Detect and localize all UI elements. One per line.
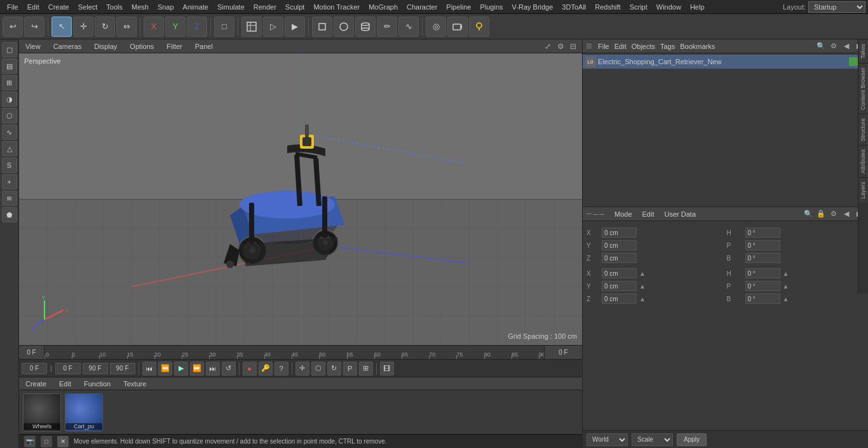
- null-button[interactable]: ◎: [426, 17, 446, 37]
- attr-h2-input[interactable]: [745, 268, 780, 278]
- material-cart[interactable]: Cart_pu: [65, 393, 103, 431]
- end-frame-right-input[interactable]: [110, 363, 135, 374]
- loop-button[interactable]: ↺: [222, 362, 236, 376]
- record-button[interactable]: ●: [243, 362, 257, 376]
- attr-h2-up[interactable]: ▲: [783, 270, 789, 277]
- object-mode-button[interactable]: □: [214, 17, 234, 37]
- material-menu-function[interactable]: Function: [81, 379, 113, 388]
- world-dropdown[interactable]: World Object Local: [587, 433, 628, 446]
- attr-x2-input[interactable]: [602, 268, 637, 278]
- cube-button[interactable]: [312, 17, 332, 37]
- render-region-button[interactable]: [241, 17, 262, 37]
- menu-motion-tracker[interactable]: Motion Tracker: [309, 2, 364, 12]
- sidebar-texture-btn[interactable]: ▤: [2, 58, 17, 74]
- end-frame-left-input[interactable]: [83, 363, 108, 374]
- transform-scale-btn[interactable]: ⬡: [311, 362, 325, 376]
- sidebar-paint-btn[interactable]: ◑: [2, 92, 17, 107]
- om-menu-objects[interactable]: Objects: [632, 43, 655, 50]
- sidebar-plugin1-btn[interactable]: ≋: [2, 191, 17, 206]
- transform-grid-btn[interactable]: ⊞: [359, 362, 373, 376]
- sidebar-spline-btn[interactable]: ∿: [2, 125, 17, 140]
- menu-3dtoall[interactable]: 3DToAll: [557, 2, 590, 12]
- step-forward-button[interactable]: ⏩: [190, 362, 204, 376]
- menu-file[interactable]: File: [3, 2, 23, 12]
- viewport-menu-panel[interactable]: Panel: [193, 42, 215, 51]
- go-to-end-button[interactable]: ⏭: [206, 362, 220, 376]
- redo-button[interactable]: ↪: [24, 17, 44, 37]
- attr-minimize-icon[interactable]: ◀: [841, 209, 851, 219]
- viewport-icon-layout[interactable]: ⊟: [568, 41, 578, 51]
- tab-layers[interactable]: Layers: [858, 177, 868, 203]
- apply-button[interactable]: Apply: [677, 433, 707, 446]
- transform-rotate-btn[interactable]: ↻: [327, 362, 341, 376]
- render-preview-btn[interactable]: 🎞: [380, 362, 394, 376]
- menu-snap[interactable]: Snap: [153, 2, 179, 12]
- tab-structure[interactable]: Structure: [858, 114, 868, 146]
- viewport[interactable]: Perspective Grid Spacing : 100 cm X Y Z: [19, 53, 582, 345]
- menu-edit[interactable]: Edit: [23, 2, 44, 12]
- viewport-menu-options[interactable]: Options: [127, 42, 156, 51]
- step-back-button[interactable]: ⏪: [158, 362, 172, 376]
- start-frame-input[interactable]: [55, 363, 81, 374]
- attr-z2-up[interactable]: ▲: [639, 295, 646, 302]
- z-axis-button[interactable]: Z: [187, 17, 207, 37]
- go-to-start-button[interactable]: ⏮: [142, 362, 156, 376]
- current-frame-input[interactable]: [22, 363, 47, 374]
- attr-z-pos-input[interactable]: [602, 253, 637, 263]
- attr-menu-edit[interactable]: Edit: [640, 210, 657, 219]
- attr-p-input[interactable]: [745, 240, 780, 250]
- attr-y2-input[interactable]: [602, 281, 637, 291]
- sidebar-grid-btn[interactable]: ⊞: [2, 75, 17, 90]
- key-help-button[interactable]: ?: [275, 362, 288, 376]
- om-menu-tags[interactable]: Tags: [660, 43, 675, 50]
- attr-b2-input[interactable]: [745, 294, 780, 304]
- om-minimize-icon[interactable]: ◀: [841, 41, 851, 51]
- tab-content-browser[interactable]: Content Browser: [858, 63, 868, 114]
- attr-p2-input[interactable]: [745, 281, 780, 291]
- om-row-status-dot[interactable]: [849, 57, 858, 66]
- menu-window[interactable]: Window: [652, 2, 686, 12]
- viewport-menu-display[interactable]: Display: [92, 42, 119, 51]
- select-mode-button[interactable]: ↖: [51, 17, 72, 37]
- sphere-button[interactable]: [334, 17, 354, 37]
- scale-button[interactable]: ⇔: [116, 17, 137, 37]
- menu-mograph[interactable]: MoGraph: [364, 2, 402, 12]
- menu-mesh[interactable]: Mesh: [127, 2, 153, 12]
- status-icon-camera[interactable]: 📷: [24, 436, 36, 447]
- menu-simulate[interactable]: Simulate: [213, 2, 249, 12]
- menu-render[interactable]: Render: [249, 2, 281, 12]
- attr-x-pos-input[interactable]: [602, 227, 637, 238]
- status-icon-close[interactable]: ✕: [57, 436, 69, 447]
- material-menu-create[interactable]: Create: [23, 379, 49, 388]
- spline-button[interactable]: ∿: [398, 17, 419, 37]
- attr-search-icon[interactable]: 🔍: [803, 209, 813, 219]
- attr-options-icon[interactable]: ⚙: [829, 209, 839, 219]
- attr-y-pos-input[interactable]: [602, 240, 637, 250]
- attr-b2-up[interactable]: ▲: [783, 295, 789, 302]
- attr-z2-input[interactable]: [602, 294, 637, 304]
- sidebar-move-btn[interactable]: +: [2, 174, 17, 189]
- menu-redshift[interactable]: Redshift: [590, 2, 625, 12]
- menu-pipeline[interactable]: Pipeline: [442, 2, 475, 12]
- sidebar-plugin2-btn[interactable]: ⬟: [2, 207, 17, 222]
- pen-button[interactable]: ✏: [377, 17, 397, 37]
- sidebar-model-btn[interactable]: ▢: [2, 42, 17, 57]
- menu-vray[interactable]: V-Ray Bridge: [508, 2, 558, 12]
- om-menu-edit[interactable]: Edit: [614, 43, 627, 50]
- attr-y2-up[interactable]: ▲: [639, 283, 646, 290]
- attr-lock-icon[interactable]: 🔒: [816, 209, 826, 219]
- attr-menu-mode[interactable]: Mode: [612, 210, 635, 219]
- attr-p2-up[interactable]: ▲: [783, 283, 789, 290]
- menu-help[interactable]: Help: [686, 2, 709, 12]
- light-button[interactable]: [469, 17, 489, 37]
- attr-x2-up[interactable]: ▲: [639, 270, 646, 277]
- scale-dropdown[interactable]: Scale Size: [632, 433, 673, 446]
- transform-move-btn[interactable]: ✛: [295, 362, 309, 376]
- viewport-icon-expand[interactable]: ⤢: [543, 41, 553, 51]
- om-search-icon[interactable]: 🔍: [816, 41, 826, 51]
- om-menu-bookmarks[interactable]: Bookmarks: [680, 43, 715, 50]
- render-view-button[interactable]: ▷: [263, 17, 283, 37]
- tab-takes[interactable]: Takes: [858, 39, 868, 63]
- attr-h-input[interactable]: [745, 227, 780, 238]
- sidebar-object-btn[interactable]: ⬡: [2, 108, 17, 123]
